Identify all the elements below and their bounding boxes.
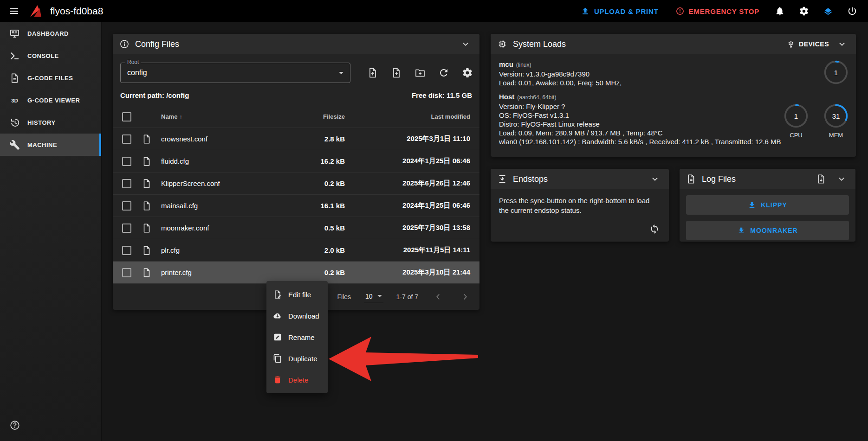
row-checkbox[interactable] [122,179,131,188]
upload-print-button[interactable]: UPLOAD & PRINT [574,1,665,21]
settings-button[interactable] [794,1,814,21]
root-select[interactable]: Root config [120,63,350,83]
sidebar-item-dashboard[interactable]: DASHBOARD [0,22,101,45]
table-row[interactable]: plr.cfg 2.0 kB 2025年11月5日 14:11 [113,239,479,262]
endstops-message: Press the sync-button on the right-botto… [499,196,652,215]
endstops-header: Endstops [491,169,669,189]
cpu-gauge-label: CPU [784,131,809,140]
mem-gauge-label: MEM [823,131,849,140]
table-row-selected[interactable]: printer.cfg 0.2 kB 2025年3月10日 21:44 [113,262,479,284]
sidebar-item-history[interactable]: HISTORY [0,111,101,134]
emergency-stop-button[interactable]: EMERGENCY STOP [669,1,766,21]
collapse-button[interactable] [835,37,849,51]
host-name: Host [499,93,514,101]
collapse-button[interactable] [834,172,849,186]
help-icon [9,420,20,431]
root-select-value: config [127,69,147,77]
help-button[interactable] [5,415,25,435]
devices-button[interactable]: DEVICES [787,40,829,48]
annotation-arrow [327,335,480,383]
topbar-actions: UPLOAD & PRINT EMERGENCY STOP [574,1,862,21]
file-context-menu: Edit file Download Rename Duplicate Dele… [266,281,328,393]
row-checkbox[interactable] [122,268,131,277]
svg-text:3D: 3D [11,97,18,103]
current-path: Current path: /config [120,91,189,99]
sidebar-item-console[interactable]: CONSOLE [0,45,101,67]
files-settings-button[interactable] [457,63,478,83]
download-icon [748,201,756,209]
context-menu-edit-file[interactable]: Edit file [266,284,328,305]
rename-icon [273,332,282,342]
refresh-icon [438,67,449,78]
next-page-button[interactable] [458,290,472,304]
sync-endstops-button[interactable] [646,220,663,238]
panel-title: Endstops [513,174,548,184]
moonraker-log-button[interactable]: MOONRAKER [686,221,849,240]
mcu-block: mcu(linux) Version: v1.3.0-ga98c9d7390 L… [499,60,848,87]
config-files-panel: Config Files Root config Current path: /… [113,34,479,310]
column-filesize[interactable]: Filesize [275,113,345,120]
collapse-button[interactable] [458,37,473,51]
file-name: crowsnest.conf [161,135,275,143]
sidebar-item-label: HISTORY [27,119,56,126]
file-name: plr.cfg [161,246,275,254]
sidebar-item-label: G-CODE FILES [27,75,73,82]
context-menu-label: Edit file [288,291,311,299]
notifications-button[interactable] [770,1,790,21]
chevron-right-icon [460,292,470,302]
create-file-button[interactable] [386,63,407,83]
table-row[interactable]: crowsnest.conf 2.8 kB 2025年3月1日 11:10 [113,128,479,150]
per-page-select[interactable]: 10 [364,291,383,303]
row-checkbox[interactable] [122,224,131,233]
config-toolbar: Root config [113,54,479,87]
refresh-button[interactable] [434,63,454,83]
prev-page-button[interactable] [431,290,445,304]
context-menu-delete[interactable]: Delete [266,369,328,390]
create-folder-button[interactable] [410,63,430,83]
table-row[interactable]: KlipperScreen.conf 0.2 kB 2025年6月26日 12:… [113,173,479,195]
mcu-load-gauge: 1 [823,60,849,85]
context-menu-download[interactable]: Download [266,305,328,326]
collapse-button[interactable] [648,172,662,186]
file-size: 16.2 kB [275,157,345,165]
column-last-modified[interactable]: Last modified [345,113,479,120]
range-label: 1-7 of 7 [396,293,418,300]
chip-icon [497,39,507,49]
download-icon [737,226,745,235]
hamburger-icon [8,6,19,17]
klippy-log-button[interactable]: KLIPPY [686,195,849,215]
instances-button[interactable] [818,1,838,21]
select-all-checkbox[interactable] [122,112,131,121]
endstops-panel: Endstops Press the sync-button on the ri… [491,169,669,242]
table-row[interactable]: mainsail.cfg 16.1 kB 2024年1月25日 06:46 [113,195,479,217]
table-row[interactable]: moonraker.conf 0.5 kB 2025年7月30日 13:58 [113,217,479,239]
file-upload-icon [367,67,378,78]
chevron-left-icon [433,292,443,302]
menu-button[interactable] [4,1,24,21]
row-checkbox[interactable] [122,134,131,144]
table-row[interactable]: fluidd.cfg 16.2 kB 2024年1月25日 06:46 [113,150,479,173]
bell-icon [775,6,785,16]
column-name[interactable]: Name↑ [161,113,275,120]
sidebar-item-gcode-files[interactable]: G-CODE FILES [0,67,101,89]
download-logs-button[interactable] [814,172,829,186]
sidebar-item-machine[interactable]: MACHINE [0,134,101,156]
mcu-load: Load: 0.01, Awake: 0.00, Freq: 50 MHz, [499,78,848,87]
context-menu-rename[interactable]: Rename [266,326,328,348]
dashboard-icon [9,28,20,39]
sidebar-item-gcode-viewer[interactable]: 3D G-CODE VIEWER [0,89,101,111]
row-checkbox[interactable] [122,246,131,255]
table-header: Name↑ Filesize Last modified [113,106,479,128]
upload-file-button[interactable] [363,63,383,83]
file-modified: 2024年1月25日 06:46 [345,157,479,166]
file-modified: 2025年11月5日 14:11 [345,246,479,255]
file-icon [142,179,152,189]
file-modified: 2025年7月30日 13:58 [345,224,479,232]
mcu-name: mcu [499,60,513,68]
row-checkbox[interactable] [122,157,131,166]
file-icon [142,223,152,233]
context-menu-duplicate[interactable]: Duplicate [266,348,328,369]
sidebar-item-label: G-CODE VIEWER [27,97,80,104]
row-checkbox[interactable] [122,201,131,211]
power-button[interactable] [842,1,862,21]
